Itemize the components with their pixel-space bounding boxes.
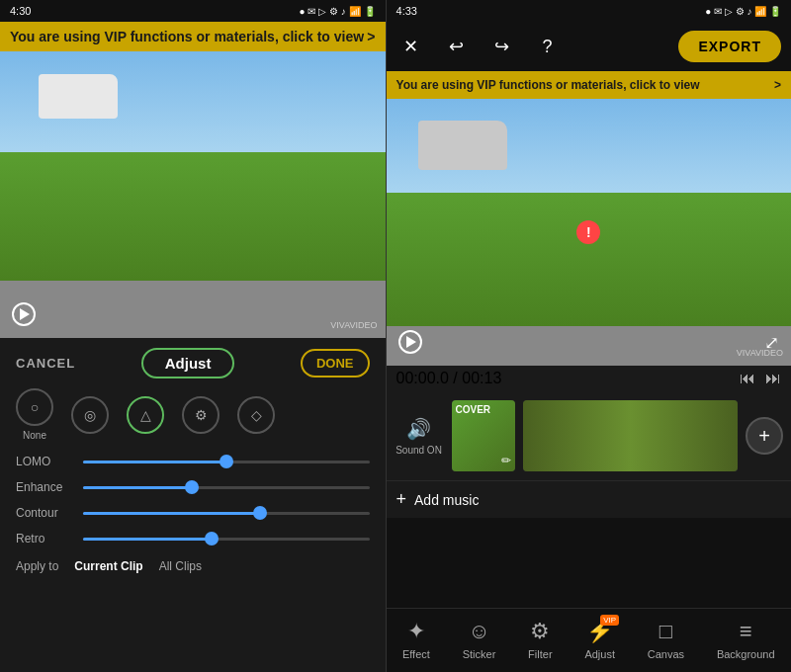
filter-none-icon: ○ [16, 388, 53, 426]
video-clip[interactable] [523, 400, 738, 471]
toolbar-effect[interactable]: ✦ Effect [402, 619, 430, 660]
right-road-bg [387, 326, 791, 367]
right-play-triangle-icon [406, 336, 416, 348]
right-time: 4:33 [396, 5, 417, 17]
slider-lomo-fill [83, 461, 226, 463]
effect-label: Effect [402, 648, 430, 660]
slider-enhance-fill [83, 486, 192, 489]
sticker-label: Sticker [463, 648, 496, 660]
filter-3[interactable]: △ [127, 396, 164, 434]
left-play-button[interactable] [12, 302, 36, 326]
background-label: Background [717, 648, 775, 660]
filter-4[interactable]: ⚙ [182, 396, 220, 434]
filter-3-icon: △ [127, 396, 164, 434]
clips-area: 🔊 Sound ON COVER ✏ + [387, 391, 791, 480]
timeline-skip-forward-icon[interactable]: ⏭ [765, 370, 781, 387]
slider-contour-track[interactable] [83, 512, 370, 515]
left-vip-text: You are using VIP functions or materials… [10, 29, 364, 44]
toolbar-adjust[interactable]: ⚡ VIP Adjust [584, 619, 615, 660]
slider-enhance-label: Enhance [16, 480, 75, 494]
vip-badge: VIP [600, 615, 619, 626]
slider-contour-label: Contour [16, 506, 75, 520]
redo-button[interactable]: ↪ [487, 32, 517, 61]
sound-icon: 🔊 [406, 417, 431, 441]
all-clips-option[interactable]: All Clips [159, 559, 202, 573]
slider-contour-thumb[interactable] [253, 506, 267, 520]
toolbar-canvas[interactable]: □ Canvas [648, 619, 684, 660]
current-time: 00:00.0 [396, 370, 449, 386]
left-time: 4:30 [10, 5, 31, 17]
toolbar-sticker[interactable]: ☺ Sticker [463, 619, 496, 660]
slider-retro-label: Retro [16, 532, 75, 546]
filter-4-icon: ⚙ [182, 396, 220, 434]
slider-lomo-track[interactable] [83, 461, 370, 463]
timeline-skip-back-icon[interactable]: ⏮ [740, 370, 755, 387]
adjust-label: Adjust [584, 648, 615, 660]
close-icon: ✕ [403, 36, 418, 57]
toolbar-background[interactable]: ≡ Background [717, 619, 775, 660]
slider-retro-track[interactable] [83, 538, 370, 541]
sound-control[interactable]: 🔊 Sound ON [395, 417, 444, 456]
effect-icon-wrapper: ✦ [407, 619, 425, 644]
filter-5[interactable]: ◇ [237, 396, 275, 434]
right-status-icons: ● ✉ ▷ ⚙ ♪ 📶 🔋 [705, 6, 781, 17]
close-button[interactable]: ✕ [396, 32, 426, 61]
add-clip-button[interactable]: + [746, 417, 783, 455]
left-vip-arrow: > [367, 29, 375, 44]
right-vip-arrow: > [774, 78, 781, 92]
adjust-button[interactable]: Adjust [141, 348, 235, 378]
right-status-bar: 4:33 ● ✉ ▷ ⚙ ♪ 📶 🔋 [387, 0, 791, 22]
apply-label: Apply to [16, 559, 58, 573]
slider-contour: Contour [0, 500, 386, 526]
undo-icon: ↩ [449, 36, 464, 57]
slider-enhance-thumb[interactable] [185, 480, 199, 494]
slider-lomo-thumb[interactable] [220, 455, 233, 468]
video-clip-bg [523, 400, 738, 471]
slider-lomo: LOMO [0, 449, 386, 474]
background-icon: ≡ [740, 619, 752, 643]
canvas-icon: □ [659, 619, 672, 643]
right-van-shape [418, 121, 507, 170]
add-music-label: Add music [414, 492, 479, 508]
done-button[interactable]: DONE [301, 349, 370, 378]
filter-icon: ⚙ [530, 619, 550, 643]
filter-none[interactable]: ○ None [16, 388, 53, 441]
sticker-icon: ☺ [468, 619, 489, 643]
bottom-toolbar: ✦ Effect ☺ Sticker ⚙ Filter ⚡ VIP Adjust [387, 608, 791, 672]
left-vip-banner[interactable]: You are using VIP functions or materials… [0, 22, 386, 51]
slider-lomo-label: LOMO [16, 455, 75, 468]
filter-label: Filter [528, 648, 552, 660]
adjust-icon-wrapper: ⚡ VIP [586, 619, 613, 644]
filter-2[interactable]: ◎ [71, 396, 109, 434]
help-button[interactable]: ? [533, 32, 563, 61]
filter-icons-row: ○ None ◎ △ ⚙ ◇ [0, 388, 386, 449]
timeline-controls: ⏮ ⏭ [740, 370, 781, 387]
cover-clip[interactable]: COVER ✏ [452, 400, 515, 471]
add-music-bar: + Add music [387, 480, 791, 518]
canvas-label: Canvas [648, 648, 684, 660]
add-music-button[interactable]: + Add music [396, 489, 781, 510]
undo-button[interactable]: ↩ [442, 32, 472, 61]
current-clip-option[interactable]: Current Clip [74, 559, 142, 573]
cover-clip-label: COVER [456, 404, 491, 415]
right-play-button[interactable] [398, 330, 422, 354]
timeline-time: 00:00.0 / 00:13 [396, 370, 502, 387]
right-watermark: VIVAVIDEO [737, 348, 783, 358]
adjust-header: CANCEL Adjust DONE [0, 338, 386, 388]
slider-retro-thumb[interactable] [205, 532, 219, 546]
canvas-icon-wrapper: □ [659, 619, 672, 644]
slider-contour-fill [83, 512, 260, 515]
right-vip-banner[interactable]: You are using VIP functions or materials… [387, 71, 791, 99]
export-button[interactable]: EXPORT [678, 31, 781, 62]
cancel-button[interactable]: CANCEL [16, 356, 75, 371]
left-status-bar: 4:30 ● ✉ ▷ ⚙ ♪ 📶 🔋 [0, 0, 386, 22]
right-grass-bg [387, 193, 791, 326]
filter-5-icon: ◇ [237, 396, 275, 434]
toolbar-filter[interactable]: ⚙ Filter [528, 619, 552, 660]
effect-icon: ✦ [407, 619, 425, 643]
slider-enhance-track[interactable] [83, 486, 370, 489]
sound-label: Sound ON [396, 445, 442, 456]
slider-enhance: Enhance [0, 474, 386, 500]
error-badge: ! [576, 220, 600, 244]
right-topbar: ✕ ↩ ↪ ? EXPORT [387, 22, 791, 71]
